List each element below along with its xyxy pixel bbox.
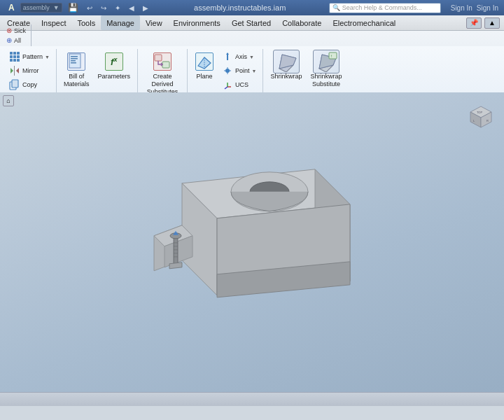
group-create-items: Pattern ▼ Mirror Copy xyxy=(7,49,52,98)
axis-label: Axis xyxy=(235,53,247,60)
menu-tools[interactable]: Tools xyxy=(72,15,102,30)
bill-of-materials-button[interactable]: Bill ofMaterials xyxy=(61,50,92,90)
search-box[interactable]: 🔍 Search Help & Commands... xyxy=(329,3,441,13)
qa-undo[interactable]: ↩ xyxy=(84,2,95,13)
qa-misc1[interactable]: ✦ xyxy=(112,2,123,13)
bom-icon xyxy=(67,52,85,71)
shrinkwrap-button[interactable]: Shrinkwrap xyxy=(267,50,304,82)
ribbon-pin-btn[interactable]: 📌 xyxy=(466,18,482,29)
svg-rect-15 xyxy=(71,60,76,62)
sign-in-button[interactable]: Sign In xyxy=(451,4,472,12)
point-icon xyxy=(222,65,233,76)
menu-view[interactable]: View xyxy=(140,15,168,30)
shrinkwrap-icon-area xyxy=(276,52,296,71)
file-dropdown[interactable]: assembly▼ xyxy=(20,3,62,13)
bom-icon-area xyxy=(66,52,86,71)
main-area: TOP L R ⌂ xyxy=(0,92,504,392)
nav-home[interactable]: ⌂ xyxy=(3,95,14,106)
pattern-group-buttons: Pattern ▼ Mirror Copy xyxy=(7,50,52,91)
parameters-button[interactable]: fx Parameters xyxy=(94,50,133,82)
group-simplification-items: Shrinkwrap ↑ ShrinkwrapSubstitute xyxy=(267,49,344,98)
menu-manage[interactable]: Manage xyxy=(101,15,140,30)
mirror-icon xyxy=(9,65,20,76)
svg-rect-13 xyxy=(71,56,78,57)
ribbon-controls: 📌 ▲ xyxy=(466,18,503,29)
title-bar-left: A assembly▼ 💾 ↩ ↪ ✦ ◀ ▶ xyxy=(6,2,151,13)
svg-rect-9 xyxy=(14,66,15,76)
copy-label: Copy xyxy=(22,81,37,88)
group-manage-items: Bill ofMaterials fx Parameters xyxy=(61,49,133,98)
parameters-label: Parameters xyxy=(97,73,130,80)
plane-label: Plane xyxy=(197,73,213,80)
title-bar-right: 🔍 Search Help & Commands... Sign In Sign… xyxy=(329,3,498,13)
axis-button[interactable]: Axis ▼ xyxy=(220,50,258,63)
parameters-icon-area: fx xyxy=(104,52,124,71)
svg-rect-8 xyxy=(17,59,20,62)
axis-icon xyxy=(222,51,233,62)
all-btn[interactable]: ⊕All xyxy=(4,36,28,45)
viewcube[interactable]: TOP L R xyxy=(463,98,498,133)
svg-rect-17 xyxy=(155,55,162,61)
svg-text:TOP: TOP xyxy=(477,111,482,114)
menu-environments[interactable]: Environments xyxy=(168,15,226,30)
ucs-icon xyxy=(222,79,233,90)
svg-rect-14 xyxy=(71,58,78,59)
svg-text:↑: ↑ xyxy=(330,54,332,58)
qa-misc2[interactable]: ◀ xyxy=(126,2,137,13)
status-bar xyxy=(0,392,504,406)
qa-misc3[interactable]: ▶ xyxy=(140,2,151,13)
plane-icon-area xyxy=(195,52,214,71)
shrinkwrap-label: Shrinkwrap xyxy=(270,73,302,80)
menu-bar: Create Inspect Tools Manage View Environ… xyxy=(0,15,504,31)
svg-rect-0 xyxy=(10,52,13,55)
window-title: assembly.instructables.iam xyxy=(151,4,329,12)
ucs-button[interactable]: UCS xyxy=(220,78,258,91)
mirror-button[interactable]: Mirror xyxy=(7,64,52,77)
svg-line-30 xyxy=(225,87,227,89)
svg-rect-4 xyxy=(13,55,16,58)
svg-rect-6 xyxy=(10,59,13,62)
derive-icon xyxy=(153,52,172,71)
plane-button[interactable]: Plane xyxy=(192,50,217,82)
point-label: Point xyxy=(235,67,250,74)
copy-button[interactable]: Copy xyxy=(7,78,52,91)
svg-rect-3 xyxy=(10,55,13,58)
menu-collaborate[interactable]: Collaborate xyxy=(276,15,327,30)
create-derived-button[interactable]: Create DerivedSubstitutes xyxy=(142,50,183,97)
pattern-button[interactable]: Pattern ▼ xyxy=(7,50,52,63)
derive-icon-area xyxy=(153,52,172,71)
search-placeholder: Search Help & Commands... xyxy=(342,4,422,11)
mirror-label: Mirror xyxy=(22,67,39,74)
viewport[interactable]: TOP L R ⌂ xyxy=(0,92,504,392)
qa-save[interactable]: 💾 xyxy=(65,2,81,13)
nav-controls: ⌂ xyxy=(3,95,14,106)
bom-label: Bill ofMaterials xyxy=(64,73,90,88)
svg-rect-16 xyxy=(71,62,76,64)
menu-electromechanical[interactable]: Electromechanical xyxy=(327,15,401,30)
group-productivity-items: Create DerivedSubstitutes xyxy=(142,49,183,98)
svg-rect-2 xyxy=(17,52,20,55)
svg-rect-5 xyxy=(17,55,20,58)
app-logo[interactable]: A xyxy=(6,2,18,13)
svg-rect-1 xyxy=(13,52,16,55)
point-button[interactable]: Point ▼ xyxy=(220,64,258,77)
search-icon: 🔍 xyxy=(332,4,340,11)
ribbon: ⊗Sick ⊕All Pattern ▼ xyxy=(0,31,504,92)
shrinkwrap-substitute-button[interactable]: ↑ ShrinkwrapSubstitute xyxy=(308,50,345,90)
signin-label[interactable]: Sign In xyxy=(477,4,498,12)
menu-getstarted[interactable]: Get Started xyxy=(226,15,276,30)
svg-marker-56 xyxy=(169,262,182,269)
fx-icon: fx xyxy=(105,52,123,71)
shrinkwrap-sub-icon-area: ↑ xyxy=(316,52,336,71)
menu-inspect[interactable]: Inspect xyxy=(36,15,71,30)
ribbon-expand-btn[interactable]: ▲ xyxy=(484,18,500,29)
shrinkwrap-sub-label: ShrinkwrapSubstitute xyxy=(311,73,342,88)
svg-rect-11 xyxy=(12,80,18,88)
svg-marker-22 xyxy=(226,52,229,55)
qa-redo[interactable]: ↪ xyxy=(98,2,109,13)
copy-icon xyxy=(9,79,20,90)
sick-btn[interactable]: ⊗Sick xyxy=(4,26,28,35)
title-bar: A assembly▼ 💾 ↩ ↪ ✦ ◀ ▶ assembly.instruc… xyxy=(0,0,504,15)
group-workfeatures-items: Plane Axis ▼ Point xyxy=(192,49,258,98)
pattern-label: Pattern xyxy=(22,53,43,60)
